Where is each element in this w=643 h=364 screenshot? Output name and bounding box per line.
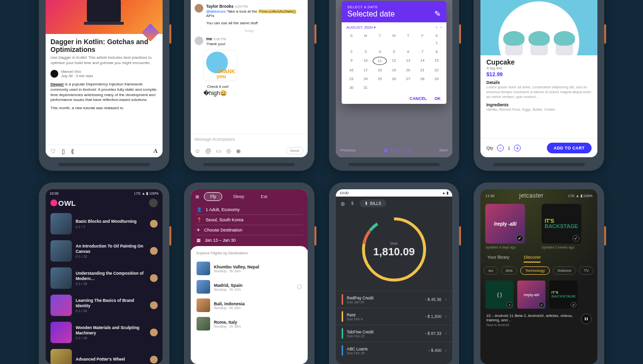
text-settings-icon[interactable]: A bbox=[153, 148, 158, 155]
menu-icon[interactable]: ≡ bbox=[196, 193, 199, 200]
calendar-day[interactable]: 24 bbox=[359, 75, 373, 83]
calendar-day[interactable]: 19 bbox=[387, 66, 401, 74]
phone-crane: ≡ Fly Sleep Eat 👤1 Adult, Economy 📍Seoul… bbox=[184, 182, 314, 364]
next-button[interactable]: Next bbox=[440, 148, 447, 152]
tab-discover[interactable]: Discover bbox=[524, 255, 541, 263]
course-item[interactable]: Basic Blocks and Woodturning⎙ 1 / 7 bbox=[46, 210, 163, 237]
profile-icon[interactable] bbox=[149, 199, 158, 207]
calendar-day[interactable]: 15 bbox=[429, 57, 444, 65]
bookmark-icon[interactable]: ▯ bbox=[62, 148, 65, 155]
tab-eat[interactable]: Eat bbox=[255, 193, 273, 200]
overview-icon[interactable]: ◍ bbox=[341, 201, 345, 206]
record-icon[interactable]: ◉ bbox=[236, 148, 241, 154]
calendar-day[interactable]: 26 bbox=[387, 75, 401, 83]
destination-item[interactable]: Bali, IndonesiaNonstop · 6h 20m bbox=[197, 296, 302, 314]
calendar-day[interactable]: 20 bbox=[401, 66, 415, 74]
course-item[interactable]: Learning The Basics of Brand Identity⎙ 1… bbox=[46, 292, 163, 319]
calendar-grid[interactable]: SMTWTFS123456789101112131415161718192021… bbox=[342, 33, 447, 93]
add-to-cart-button[interactable]: ADD TO CART bbox=[547, 143, 592, 153]
category-chip[interactable]: Science bbox=[553, 266, 576, 275]
podcast-card[interactable]: IT'SBACKSTAGE✓ bbox=[542, 204, 581, 244]
bill-row[interactable]: RentDue Feb 9- $ 1,200› bbox=[336, 308, 453, 325]
course-item[interactable]: Understanding the Composition of Modern…… bbox=[46, 265, 163, 292]
calendar-day[interactable]: 3 bbox=[359, 48, 373, 55]
mention-icon[interactable]: @ bbox=[205, 148, 211, 154]
calendar-day[interactable]: 9 bbox=[345, 57, 359, 65]
podcast-tile[interactable]: { }+ bbox=[485, 281, 513, 309]
calendar-day[interactable]: 18 bbox=[373, 66, 387, 74]
passengers-field[interactable]: 👤1 Adult, Economy bbox=[196, 205, 303, 215]
tab-bills[interactable]: ⬇ BILLS bbox=[360, 199, 386, 207]
calendar-day[interactable]: 16 bbox=[345, 66, 359, 74]
course-item[interactable]: Wooden Materials and Sculpting Machinery… bbox=[46, 319, 163, 346]
category-chip[interactable]: Arts bbox=[501, 266, 517, 275]
course-item[interactable]: Advanced Potter's Wheel bbox=[46, 346, 163, 364]
accounts-icon[interactable]: ＄ bbox=[350, 200, 355, 207]
emoji-icon[interactable]: ☺ bbox=[195, 148, 200, 154]
bill-row[interactable]: RedPay CreditDue Jan 29- $ 45.36› bbox=[336, 291, 453, 308]
previous-button[interactable]: Previous bbox=[341, 148, 356, 152]
calendar-day[interactable]: 10 bbox=[359, 57, 373, 65]
send-button[interactable]: Send bbox=[286, 147, 304, 154]
tab-sleep[interactable]: Sleep bbox=[227, 193, 250, 200]
calendar-day[interactable]: 22 bbox=[429, 66, 444, 74]
calendar-day[interactable]: 30 bbox=[345, 84, 359, 91]
calendar-day[interactable]: 23 bbox=[345, 75, 359, 83]
category-chip[interactable]: ws bbox=[483, 266, 498, 275]
ok-button[interactable]: OK bbox=[435, 96, 441, 101]
calendar-day[interactable]: 27 bbox=[401, 75, 415, 83]
calendar-day[interactable]: 13 bbox=[401, 57, 415, 65]
qty-minus-button[interactable]: − bbox=[497, 145, 504, 151]
avatar[interactable] bbox=[195, 36, 203, 45]
calendar-day[interactable]: 2 bbox=[345, 48, 359, 55]
bill-row[interactable]: TabFine CreditDue Feb 22- $ 87.33› bbox=[336, 325, 453, 342]
podcast-tile[interactable]: /reply-all/✓ bbox=[517, 281, 545, 309]
avatar[interactable] bbox=[195, 4, 203, 13]
category-chip[interactable]: Technology bbox=[520, 266, 549, 275]
calendar-day[interactable]: 28 bbox=[415, 75, 429, 83]
qty-plus-button[interactable]: + bbox=[514, 145, 521, 151]
podcast-card[interactable]: /reply -all/✓ bbox=[485, 204, 525, 244]
calendar-day[interactable]: 8 bbox=[429, 48, 444, 55]
tab-fly[interactable]: Fly bbox=[204, 192, 222, 201]
destination-item[interactable]: Khumbu Valley, NepalNonstop · 5h 16m bbox=[197, 259, 302, 278]
location-icon[interactable]: ◎ bbox=[226, 148, 231, 154]
calendar-day[interactable]: 17 bbox=[359, 66, 373, 74]
origin-field[interactable]: 📍Seoul, South Korea bbox=[196, 215, 303, 225]
destination-field[interactable]: ✈Choose Destination bbox=[196, 225, 303, 235]
calendar-day[interactable]: 21 bbox=[415, 66, 429, 74]
cancel-button[interactable]: CANCEL bbox=[410, 96, 427, 101]
calendar-day[interactable]: 7 bbox=[415, 48, 429, 55]
calendar-day[interactable]: 31 bbox=[359, 84, 373, 91]
calendar-day[interactable]: 6 bbox=[401, 48, 415, 55]
prev-month-icon[interactable]: ‹ bbox=[436, 25, 437, 30]
course-item[interactable]: An Introduction To Oil Painting On Canva… bbox=[46, 237, 163, 265]
destination-item[interactable]: Rome, ItalyNonstop · 2h 38m bbox=[197, 314, 302, 333]
calendar-day[interactable]: 25 bbox=[373, 75, 387, 83]
play-button[interactable] bbox=[581, 314, 592, 324]
share-icon[interactable]: ⟪ bbox=[71, 148, 74, 155]
episode-title[interactable]: 22 – Android 11 Beta 2, AndroidX, articl… bbox=[486, 314, 578, 322]
next-month-icon[interactable]: › bbox=[441, 25, 442, 30]
image-icon[interactable]: ▭ bbox=[216, 148, 221, 154]
bill-row[interactable]: ABC LoansDue Feb 29- $ 400› bbox=[336, 342, 453, 359]
month-label[interactable]: AUGUST, 2020 ▾ bbox=[346, 25, 376, 30]
dates-field[interactable]: ▦Jan 13 – Jan 30 bbox=[196, 235, 303, 245]
thumbnail bbox=[50, 213, 72, 234]
edit-icon[interactable]: ✎ bbox=[434, 9, 441, 18]
message-input[interactable]: Message #composers bbox=[191, 133, 308, 145]
calendar-day[interactable]: 4 bbox=[373, 48, 387, 55]
category-chip[interactable]: TV bbox=[579, 266, 594, 275]
calendar-day[interactable]: 11 bbox=[373, 57, 387, 65]
destination-item[interactable]: Madrid, SpainNonstop · 2h 12m bbox=[197, 278, 302, 296]
podcast-tile[interactable]: IT'SBACKSTAGE✓ bbox=[549, 281, 577, 309]
calendar-day[interactable]: 29 bbox=[429, 75, 444, 83]
calendar-day[interactable]: 1 bbox=[429, 39, 444, 47]
calendar-day[interactable]: 5 bbox=[387, 48, 401, 55]
calendar-day[interactable]: 14 bbox=[415, 57, 429, 65]
favorite-icon[interactable]: ♡ bbox=[50, 148, 56, 155]
radio-icon[interactable] bbox=[297, 284, 302, 289]
calendar-day[interactable]: 12 bbox=[387, 57, 401, 65]
sticker[interactable] bbox=[203, 50, 237, 81]
tab-library[interactable]: Your library bbox=[487, 255, 509, 263]
